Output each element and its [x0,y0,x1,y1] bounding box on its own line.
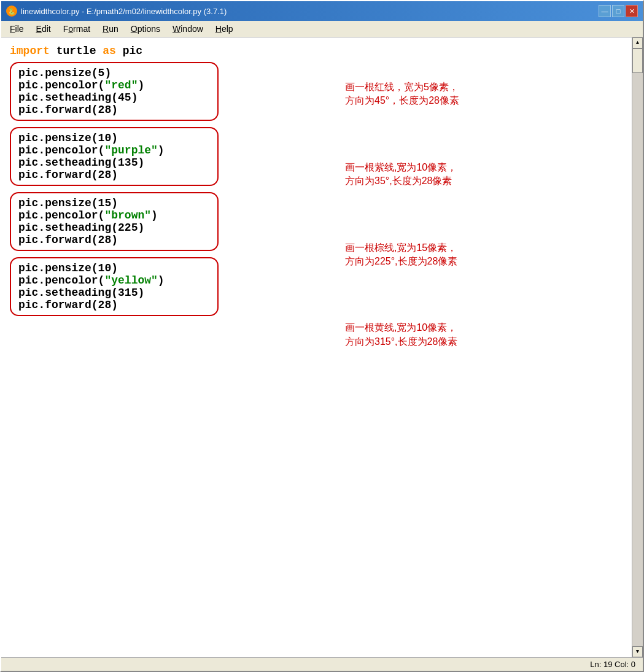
code-line-2-2: pic.pencolor("purple") [18,144,210,156]
window-title: linewidthcolor.py - E:/pmath2/m02/linewi… [21,7,227,16]
scrollbar[interactable]: ▲ ▼ [632,37,643,657]
minimize-button[interactable]: — [599,5,611,17]
code-line-1-1: pic.pensize(5) [18,67,210,79]
keyword-import: import [10,45,50,57]
code-block-2: pic.pensize(10) pic.pencolor("purple") p… [10,127,219,186]
app-icon: 🐍 [6,6,17,17]
menu-help[interactable]: Help [211,23,238,35]
annotation-4: 画一根黄线,宽为10像素，方向为315°,长度为28像素 [345,321,632,349]
main-content: import turtle as pic pic.pensize(5) pic.… [1,37,632,657]
annotation-column: 画一根红线，宽为5像素，方向为45°，长度为28像素 画一根紫线,宽为10像素，… [345,37,632,657]
maximize-button[interactable]: □ [612,5,624,17]
code-block-3: pic.pensize(15) pic.pencolor("brown") pi… [10,192,219,251]
title-bar: 🐍 linewidthcolor.py - E:/pmath2/m02/line… [1,1,643,21]
annotation-3: 画一根棕线,宽为15像素，方向为225°,长度为28像素 [345,241,632,269]
code-line-4-4: pic.forward(28) [18,299,210,311]
code-line-4-2: pic.pencolor("yellow") [18,274,210,287]
code-column[interactable]: import turtle as pic pic.pensize(5) pic.… [1,37,345,657]
menu-options[interactable]: Options [126,23,165,35]
code-line-1-3: pic.setheading(45) [18,91,210,104]
title-bar-left: 🐍 linewidthcolor.py - E:/pmath2/m02/line… [6,6,227,17]
code-line-3-2: pic.pencolor("brown") [18,209,210,222]
code-block-4: pic.pensize(10) pic.pencolor("yellow") p… [10,257,219,316]
title-bar-controls: — □ ✕ [599,5,638,17]
menu-bar: File Edit Format Run Options Window Help [1,21,643,37]
code-line-2-4: pic.forward(28) [18,169,210,181]
status-bar: Ln: 19 Col: 0 [1,657,643,671]
code-line-2-3: pic.setheading(135) [18,156,210,169]
content-wrapper: import turtle as pic pic.pensize(5) pic.… [1,37,643,657]
menu-file[interactable]: File [5,23,29,35]
code-line-1-4: pic.forward(28) [18,104,210,116]
close-button[interactable]: ✕ [626,5,638,17]
cursor-position: Ln: 19 Col: 0 [590,660,635,669]
menu-format[interactable]: Format [58,23,95,35]
code-line-2-1: pic.pensize(10) [18,132,210,144]
code-line-4-1: pic.pensize(10) [18,262,210,274]
menu-edit[interactable]: Edit [31,23,56,35]
annotation-1: 画一根红线，宽为5像素，方向为45°，长度为28像素 [345,80,632,108]
code-line-3-3: pic.setheading(225) [18,222,210,234]
scrollbar-thumb[interactable] [632,48,643,73]
code-line-3-4: pic.forward(28) [18,234,210,246]
keyword-as: as [103,45,116,57]
menu-run[interactable]: Run [98,23,123,35]
scrollbar-track[interactable] [632,48,643,646]
import-line: import turtle as pic [10,45,336,57]
menu-window[interactable]: Window [168,23,208,35]
scroll-up-button[interactable]: ▲ [632,37,643,48]
scroll-down-button[interactable]: ▼ [632,646,643,657]
code-line-1-2: pic.pencolor("red") [18,79,210,91]
code-line-4-3: pic.setheading(315) [18,287,210,299]
main-window: 🐍 linewidthcolor.py - E:/pmath2/m02/line… [0,0,644,672]
annotation-2: 画一根紫线,宽为10像素，方向为35°,长度为28像素 [345,161,632,188]
code-block-1: pic.pensize(5) pic.pencolor("red") pic.s… [10,62,219,121]
code-line-3-1: pic.pensize(15) [18,197,210,209]
